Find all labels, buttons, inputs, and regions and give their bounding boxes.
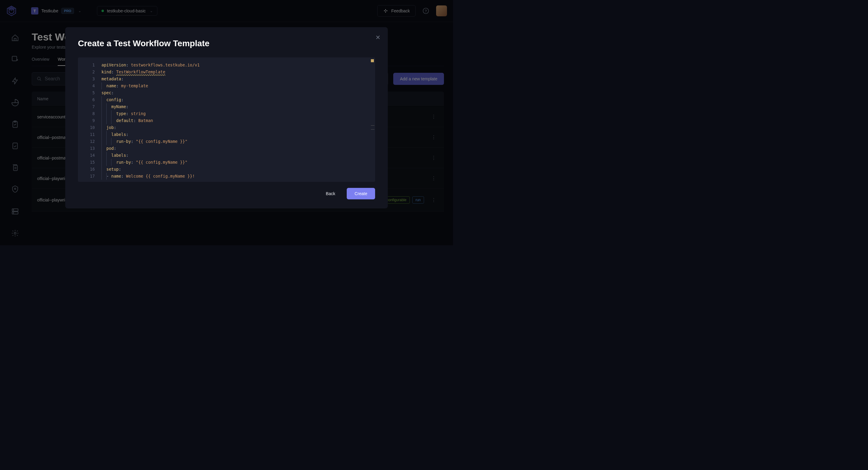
create-template-modal: ✕ Create a Test Workflow Template 123456… <box>65 27 388 209</box>
line-gutter: 1234567891011121314151617 <box>78 57 99 182</box>
modal-title: Create a Test Workflow Template <box>78 39 375 48</box>
create-button[interactable]: Create <box>347 188 375 199</box>
back-button[interactable]: Back <box>319 188 342 199</box>
code-content[interactable]: apiVersion: testworkflows.testkube.io/v1… <box>99 57 375 182</box>
code-editor[interactable]: 1234567891011121314151617 apiVersion: te… <box>78 57 375 182</box>
close-icon[interactable]: ✕ <box>375 34 380 41</box>
